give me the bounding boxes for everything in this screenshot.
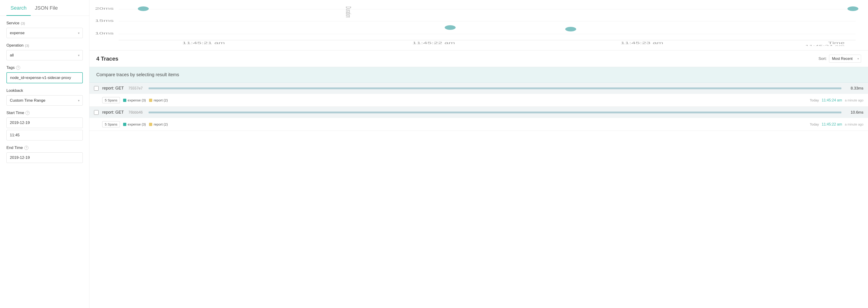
right-panel: 20ms 15ms 10ms Duration 11:45:21 am 11:4…: [89, 0, 868, 308]
end-time-help-icon[interactable]: ?: [24, 146, 28, 150]
operation-select-wrapper: all GET POST ▾: [6, 50, 83, 60]
service-select[interactable]: expense report frontend: [6, 28, 83, 38]
lookback-select[interactable]: Custom Time Range Last Hour Last 2 Hours…: [6, 95, 83, 106]
x-label-3: 11:45:23 am: [621, 41, 663, 45]
sort-wrapper: Most Recent Longest First Shortest First…: [829, 55, 861, 63]
trace-time-info-1: Today 11:45:24 am a minute ago: [810, 98, 863, 102]
traces-header: 4 Traces Sort: Most Recent Longest First…: [89, 51, 868, 67]
y-tick-20ms: 20ms: [95, 7, 114, 10]
trace-time-link-1[interactable]: 11:45:24 am: [822, 98, 842, 102]
expense-dot-icon-1: [123, 99, 126, 102]
trace-duration-1: 8.33ms: [847, 86, 863, 91]
compare-banner: Compare traces by selecting result items: [89, 67, 868, 83]
service-tag-report-2: report (2): [149, 122, 168, 126]
start-date-input[interactable]: [6, 117, 83, 128]
trace-spans-services-2: 5 Spans expense (3) report (2): [102, 121, 168, 128]
left-panel: Search JSON File Service (3) expense rep…: [0, 0, 89, 308]
sort-label: Sort:: [818, 56, 827, 61]
tags-input[interactable]: [6, 72, 83, 83]
trace-bar-1: [149, 87, 841, 89]
trace-details-row-2: 5 Spans expense (3) report (2) Today 11:…: [89, 118, 868, 131]
spans-badge-2: 5 Spans: [102, 121, 120, 128]
y-axis-label: Duration: [345, 6, 352, 18]
service-label-expense-1: expense (3): [128, 98, 146, 102]
scatter-chart: 20ms 15ms 10ms Duration 11:45:21 am 11:4…: [89, 0, 868, 51]
data-point-1: [138, 6, 149, 11]
trace-header-row-2: report: GET 76bbb46 10.6ms: [89, 107, 868, 118]
lookback-select-wrapper: Custom Time Range Last Hour Last 2 Hours…: [6, 95, 83, 106]
trace-today-label-1: Today: [810, 98, 819, 102]
expense-dot-icon-2: [123, 123, 126, 126]
x-label-4: 11:45:24 am: [805, 44, 845, 46]
trace-checkbox-2[interactable]: [94, 110, 99, 115]
trace-ago-2: a minute ago: [845, 122, 863, 126]
start-time-label: Start Time ?: [6, 111, 83, 115]
service-label-report-1: report (2): [154, 98, 168, 102]
tabs: Search JSON File: [0, 0, 89, 16]
trace-duration-2: 10.6ms: [847, 110, 863, 115]
trace-time-info-2: Today 11:45:22 am a minute ago: [810, 122, 863, 127]
tab-search[interactable]: Search: [6, 0, 31, 16]
trace-time-link-2[interactable]: 11:45:22 am: [822, 122, 842, 127]
trace-ago-1: a minute ago: [845, 99, 863, 102]
traces-count: 4 Traces: [96, 56, 118, 62]
lookback-label: Lookback: [6, 88, 83, 93]
x-label-1: 11:45:21 am: [182, 41, 225, 45]
report-dot-icon-2: [149, 123, 152, 126]
trace-item-2: report: GET 76bbb46 10.6ms 5 Spans expen…: [89, 107, 868, 131]
trace-details-row-1: 5 Spans expense (3) report (2) Today 11:…: [89, 94, 868, 107]
service-label-report-2: report (2): [154, 122, 168, 126]
trace-checkbox-1[interactable]: [94, 86, 99, 91]
trace-bar-2: [149, 112, 841, 113]
end-date-input[interactable]: [6, 152, 83, 163]
trace-header-row-1: report: GET 75557e7 8.33ms: [89, 83, 868, 94]
operation-select[interactable]: all GET POST: [6, 50, 83, 60]
service-label: Service (3): [6, 21, 83, 26]
data-point-4: [847, 6, 858, 11]
data-point-3: [565, 27, 576, 31]
trace-today-label-2: Today: [810, 122, 819, 126]
trace-id-1: 75557e7: [128, 86, 143, 90]
x-label-2: 11:45:22 am: [412, 41, 455, 45]
service-tag-report-1: report (2): [149, 98, 168, 102]
trace-spans-services-1: 5 Spans expense (3) report (2): [102, 97, 168, 103]
report-dot-icon-1: [149, 99, 152, 102]
tags-help-icon[interactable]: ?: [16, 66, 20, 70]
sort-select[interactable]: Most Recent Longest First Shortest First: [829, 55, 861, 63]
start-time-input[interactable]: [6, 130, 83, 140]
service-tag-expense-2: expense (3): [123, 122, 146, 126]
y-tick-10ms: 10ms: [95, 31, 114, 35]
data-point-2: [445, 25, 456, 30]
end-time-label: End Time ?: [6, 145, 83, 150]
chart-svg: 20ms 15ms 10ms Duration 11:45:21 am 11:4…: [94, 5, 861, 46]
trace-id-2: 76bbb46: [128, 110, 143, 114]
service-label-expense-2: expense (3): [128, 122, 146, 126]
compare-text: Compare traces by selecting result items: [96, 72, 179, 77]
y-tick-15ms: 15ms: [95, 19, 114, 22]
spans-badge-1: 5 Spans: [102, 97, 120, 103]
trace-item-1: report: GET 75557e7 8.33ms 5 Spans expen…: [89, 83, 868, 107]
service-section: Service (3) expense report frontend ▾ Op…: [0, 16, 89, 165]
service-tag-expense-1: expense (3): [123, 98, 146, 102]
tab-json-file[interactable]: JSON File: [31, 0, 62, 16]
trace-name-2: report: GET: [102, 110, 124, 115]
sort-section: Sort: Most Recent Longest First Shortest…: [818, 55, 861, 63]
operation-label: Operation (3): [6, 43, 83, 48]
start-time-help-icon[interactable]: ?: [26, 111, 30, 115]
tags-label: Tags ?: [6, 65, 83, 70]
trace-name-1: report: GET: [102, 86, 124, 91]
service-select-wrapper: expense report frontend ▾: [6, 28, 83, 38]
